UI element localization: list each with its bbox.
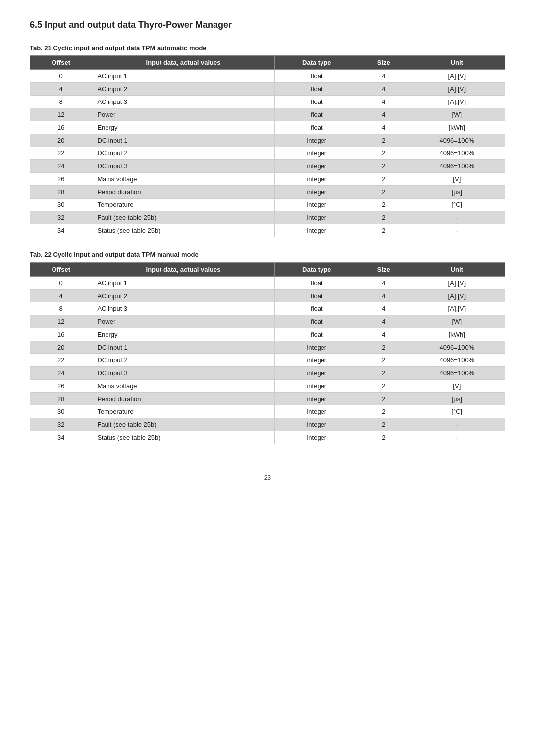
cell-unit: 4096=100% [409, 134, 505, 147]
cell-datatype: float [274, 328, 359, 341]
cell-input: Mains voltage [92, 173, 274, 186]
cell-datatype: integer [274, 147, 359, 160]
table-row: 4AC input 2float4[A],[V] [30, 83, 505, 96]
cell-unit: - [409, 224, 505, 237]
cell-size: 2 [359, 186, 409, 199]
cell-offset: 28 [30, 186, 92, 199]
cell-input: DC input 1 [92, 134, 274, 147]
cell-input: Fault (see table 25b) [92, 211, 274, 224]
table-row: 8AC input 3float4[A],[V] [30, 302, 505, 315]
cell-size: 2 [359, 224, 409, 237]
table-row: 34Status (see table 25b)integer2- [30, 224, 505, 237]
cell-size: 2 [359, 211, 409, 224]
table-row: 4AC input 2float4[A],[V] [30, 290, 505, 302]
table2-header-size: Size [359, 263, 409, 277]
table-row: 0AC input 1float4[A],[V] [30, 277, 505, 290]
cell-offset: 20 [30, 341, 92, 354]
cell-unit: 4096=100% [409, 367, 505, 380]
cell-offset: 32 [30, 211, 92, 224]
cell-size: 4 [359, 302, 409, 315]
cell-offset: 26 [30, 380, 92, 393]
cell-datatype: integer [274, 354, 359, 367]
cell-unit: [V] [409, 173, 505, 186]
table-row: 26Mains voltageinteger2[V] [30, 380, 505, 393]
page-title: 6.5 Input and output data Thyro-Power Ma… [30, 20, 505, 30]
cell-unit: 4096=100% [409, 341, 505, 354]
cell-input: DC input 3 [92, 367, 274, 380]
cell-datatype: float [274, 121, 359, 134]
cell-offset: 24 [30, 367, 92, 380]
table-row: 12Powerfloat4[W] [30, 108, 505, 121]
table1-header-datatype: Data type [274, 56, 359, 70]
table1-header-size: Size [359, 56, 409, 70]
cell-offset: 4 [30, 83, 92, 96]
cell-size: 4 [359, 70, 409, 83]
cell-size: 2 [359, 431, 409, 444]
cell-offset: 22 [30, 354, 92, 367]
table1-header-unit: Unit [409, 56, 505, 70]
cell-datatype: integer [274, 367, 359, 380]
cell-offset: 16 [30, 328, 92, 341]
table-row: 26Mains voltageinteger2[V] [30, 173, 505, 186]
cell-datatype: float [274, 315, 359, 328]
cell-datatype: float [274, 96, 359, 108]
cell-input: DC input 2 [92, 147, 274, 160]
table-row: 16Energyfloat4[kWh] [30, 328, 505, 341]
cell-datatype: float [274, 302, 359, 315]
cell-size: 2 [359, 341, 409, 354]
cell-size: 2 [359, 405, 409, 418]
table-row: 28Period durationinteger2[µs] [30, 186, 505, 199]
cell-unit: [A],[V] [409, 96, 505, 108]
table2-caption: Tab. 22 Cyclic input and output data TPM… [30, 251, 505, 258]
table-row: 32Fault (see table 25b)integer2- [30, 211, 505, 224]
cell-size: 2 [359, 393, 409, 405]
cell-unit: 4096=100% [409, 147, 505, 160]
cell-unit: [V] [409, 380, 505, 393]
table1-header-input: Input data, actual values [92, 56, 274, 70]
table1-header-offset: Offset [30, 56, 92, 70]
cell-input: Power [92, 108, 274, 121]
cell-datatype: integer [274, 393, 359, 405]
cell-input: Period duration [92, 186, 274, 199]
cell-datatype: integer [274, 199, 359, 211]
cell-offset: 24 [30, 160, 92, 173]
cell-input: AC input 3 [92, 96, 274, 108]
cell-size: 4 [359, 108, 409, 121]
cell-input: AC input 1 [92, 277, 274, 290]
cell-size: 4 [359, 315, 409, 328]
cell-offset: 0 [30, 277, 92, 290]
cell-unit: [°C] [409, 405, 505, 418]
cell-size: 4 [359, 328, 409, 341]
cell-offset: 12 [30, 108, 92, 121]
cell-offset: 22 [30, 147, 92, 160]
cell-input: AC input 3 [92, 302, 274, 315]
cell-offset: 4 [30, 290, 92, 302]
table2-header-input: Input data, actual values [92, 263, 274, 277]
cell-datatype: integer [274, 380, 359, 393]
table-row: 34Status (see table 25b)integer2- [30, 431, 505, 444]
cell-offset: 28 [30, 393, 92, 405]
cell-input: Period duration [92, 393, 274, 405]
cell-offset: 30 [30, 199, 92, 211]
table-row: 30Temperatureinteger2[°C] [30, 405, 505, 418]
table-row: 0AC input 1float4[A],[V] [30, 70, 505, 83]
cell-unit: [kWh] [409, 121, 505, 134]
cell-input: AC input 2 [92, 290, 274, 302]
cell-offset: 34 [30, 431, 92, 444]
cell-offset: 12 [30, 315, 92, 328]
cell-unit: [µs] [409, 186, 505, 199]
cell-datatype: float [274, 277, 359, 290]
cell-size: 4 [359, 121, 409, 134]
cell-size: 4 [359, 83, 409, 96]
cell-datatype: integer [274, 134, 359, 147]
cell-offset: 26 [30, 173, 92, 186]
cell-input: Temperature [92, 199, 274, 211]
cell-size: 2 [359, 199, 409, 211]
cell-offset: 30 [30, 405, 92, 418]
cell-datatype: integer [274, 224, 359, 237]
cell-unit: [A],[V] [409, 277, 505, 290]
table-row: 20DC input 1integer24096=100% [30, 134, 505, 147]
cell-unit: - [409, 211, 505, 224]
cell-offset: 34 [30, 224, 92, 237]
cell-size: 2 [359, 380, 409, 393]
